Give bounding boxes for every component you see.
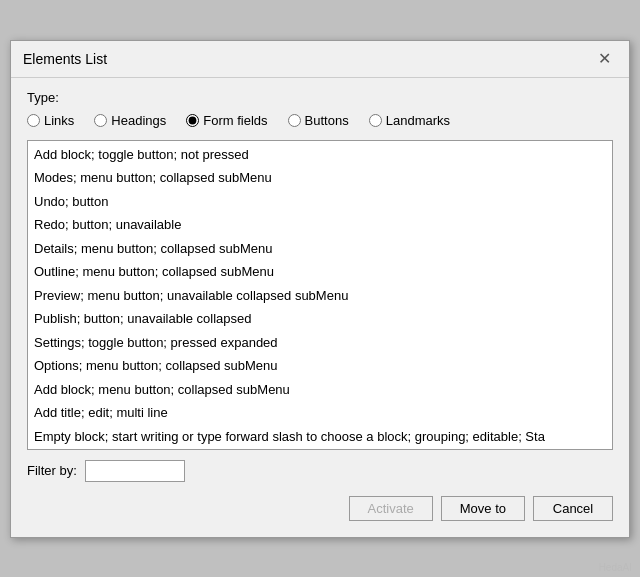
list-item[interactable]: Add title; edit; multi line — [28, 401, 612, 425]
radio-landmarks-label: Landmarks — [386, 113, 450, 128]
radio-option-headings[interactable]: Headings — [94, 113, 166, 128]
filter-input[interactable] — [85, 460, 185, 482]
list-item[interactable]: Undo; button — [28, 190, 612, 214]
radio-buttons-label: Buttons — [305, 113, 349, 128]
list-item[interactable]: Empty block; start writing or type forwa… — [28, 425, 612, 449]
radio-option-buttons[interactable]: Buttons — [288, 113, 349, 128]
button-row: Activate Move to Cancel — [27, 496, 613, 525]
radio-buttons[interactable] — [288, 114, 301, 127]
list-item[interactable]: Publish; button; unavailable collapsed — [28, 307, 612, 331]
elements-list-container[interactable]: Add block; toggle button; not pressedMod… — [27, 140, 613, 450]
elements-list-dialog: Elements List ✕ Type: Links Headings For… — [10, 40, 630, 538]
radio-group: Links Headings Form fields Buttons Landm… — [27, 113, 613, 128]
cancel-button[interactable]: Cancel — [533, 496, 613, 521]
list-item[interactable]: Add block; toggle button; not pressed — [28, 143, 612, 167]
list-item[interactable]: Preview; menu button; unavailable collap… — [28, 284, 612, 308]
radio-formfields[interactable] — [186, 114, 199, 127]
type-label: Type: — [27, 90, 613, 105]
list-item[interactable]: Modes; menu button; collapsed subMenu — [28, 166, 612, 190]
radio-formfields-label: Form fields — [203, 113, 267, 128]
watermark: HedaAI — [599, 562, 632, 573]
list-item[interactable]: Settings; toggle button; pressed expande… — [28, 331, 612, 355]
filter-row: Filter by: — [27, 460, 613, 482]
radio-headings-label: Headings — [111, 113, 166, 128]
dialog-body: Type: Links Headings Form fields Buttons… — [11, 78, 629, 537]
dialog-title: Elements List — [23, 51, 107, 67]
dialog-titlebar: Elements List ✕ — [11, 41, 629, 78]
list-item[interactable]: Post; button — [28, 448, 612, 450]
elements-list: Add block; toggle button; not pressedMod… — [28, 141, 612, 450]
list-item[interactable]: Redo; button; unavailable — [28, 213, 612, 237]
close-button[interactable]: ✕ — [592, 49, 617, 69]
list-item[interactable]: Details; menu button; collapsed subMenu — [28, 237, 612, 261]
radio-option-landmarks[interactable]: Landmarks — [369, 113, 450, 128]
list-item[interactable]: Outline; menu button; collapsed subMenu — [28, 260, 612, 284]
list-item[interactable]: Add block; menu button; collapsed subMen… — [28, 378, 612, 402]
radio-links[interactable] — [27, 114, 40, 127]
radio-links-label: Links — [44, 113, 74, 128]
filter-label: Filter by: — [27, 463, 77, 478]
radio-option-formfields[interactable]: Form fields — [186, 113, 267, 128]
move-to-button[interactable]: Move to — [441, 496, 525, 521]
activate-button[interactable]: Activate — [349, 496, 433, 521]
radio-option-links[interactable]: Links — [27, 113, 74, 128]
radio-headings[interactable] — [94, 114, 107, 127]
radio-landmarks[interactable] — [369, 114, 382, 127]
list-item[interactable]: Options; menu button; collapsed subMenu — [28, 354, 612, 378]
